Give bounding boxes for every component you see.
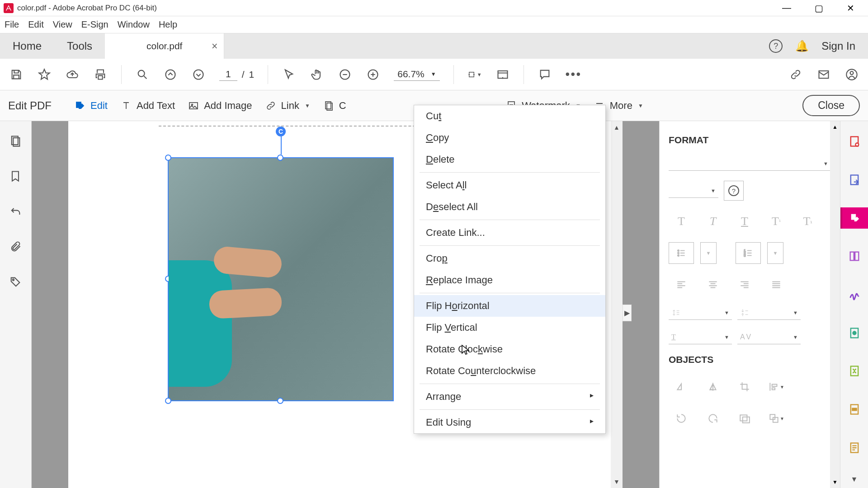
flip-vertical-icon[interactable] (700, 376, 726, 398)
rotate-ccw-icon[interactable] (669, 408, 694, 429)
font-family-select[interactable]: ▼ (669, 156, 831, 171)
organize-tool[interactable] (840, 246, 868, 267)
align-objects-icon[interactable]: ▼ (764, 376, 789, 398)
italic-icon[interactable]: T (700, 211, 726, 232)
close-tab-icon[interactable]: × (212, 40, 217, 52)
char-spacing-select[interactable]: AV ▼ (737, 330, 801, 344)
tools-tab[interactable]: Tools (54, 33, 105, 59)
link-tool[interactable]: Link ▼ (265, 100, 310, 112)
scroll-up-icon[interactable]: ▲ (832, 124, 838, 130)
context-delete[interactable]: Delete (414, 149, 605, 170)
account-icon[interactable] (844, 67, 859, 82)
redact-tool[interactable] (840, 399, 868, 420)
page-up-icon[interactable] (163, 67, 178, 82)
sign-in-link[interactable]: Sign In (821, 40, 855, 52)
number-list-dropdown[interactable]: ▼ (767, 242, 783, 264)
menu-file[interactable]: File (5, 19, 19, 30)
number-list-icon[interactable]: 123 (736, 242, 761, 264)
help-icon[interactable]: ? (769, 39, 783, 53)
context-replace-image[interactable]: Replace Image (414, 269, 605, 291)
context-rotate-cw[interactable]: Rotate Clockwise (414, 338, 605, 360)
scroll-tools-down-icon[interactable]: ▼ (851, 475, 858, 483)
font-size-select[interactable]: ▼ (669, 183, 718, 198)
rotation-handle[interactable]: C (276, 127, 286, 136)
bullet-list-dropdown[interactable]: ▼ (700, 242, 717, 264)
protect-tool[interactable] (840, 322, 868, 343)
thumbnails-icon[interactable] (9, 135, 23, 148)
crop-image-icon[interactable] (732, 376, 757, 398)
home-tab[interactable]: Home (0, 33, 54, 59)
align-left-icon[interactable] (669, 274, 694, 296)
comment-icon[interactable] (538, 67, 552, 82)
save-icon[interactable] (9, 67, 24, 82)
horizontal-scale-select[interactable]: T ▼ (669, 330, 732, 344)
context-flip-horizontal[interactable]: Flip Horizontal (414, 295, 605, 317)
format-scrollbar[interactable]: ▲ ▼ (830, 121, 840, 488)
format-help-icon[interactable]: ? (724, 181, 744, 201)
context-copy[interactable]: Copy (414, 127, 605, 149)
close-window-button[interactable]: ✕ (840, 3, 861, 14)
context-cut[interactable]: Cut (414, 105, 605, 127)
email-icon[interactable] (816, 67, 831, 82)
context-edit-using[interactable]: Edit Using (414, 412, 605, 433)
edit-tool[interactable]: Edit (74, 100, 108, 112)
underline-icon[interactable]: T (732, 211, 757, 232)
expand-right-panel-icon[interactable]: ▶ (623, 305, 632, 321)
cloud-upload-icon[interactable] (65, 67, 80, 82)
context-arrange[interactable]: Arrange (414, 386, 605, 408)
maximize-button[interactable]: ▢ (808, 3, 830, 14)
paragraph-spacing-select[interactable]: ▼ (737, 305, 801, 320)
font-color-icon[interactable]: T (669, 211, 694, 232)
subscript-icon[interactable]: T₁ (795, 211, 821, 232)
page-number-input[interactable]: 1 / 1 (219, 68, 254, 81)
edit-pdf-tool[interactable] (840, 207, 868, 229)
menu-window[interactable]: Window (118, 19, 150, 30)
minimize-button[interactable]: — (776, 3, 797, 14)
align-justify-icon[interactable] (764, 274, 789, 296)
close-edit-button[interactable]: Close (802, 95, 860, 116)
more-tools-icon[interactable]: ••• (566, 67, 582, 81)
export-pdf-tool[interactable] (840, 169, 868, 191)
context-rotate-ccw[interactable]: Rotate Counterclockwise (414, 360, 605, 382)
line-spacing-select[interactable]: ▼ (669, 305, 732, 320)
search-icon[interactable] (135, 67, 150, 82)
prepare-form-tool[interactable] (840, 437, 868, 458)
page-down-icon[interactable] (191, 67, 206, 82)
context-flip-vertical[interactable]: Flip Vertical (414, 317, 605, 338)
sign-tool[interactable] (840, 284, 868, 305)
notifications-icon[interactable]: 🔔 (795, 40, 809, 52)
attachments-icon[interactable] (9, 240, 23, 254)
add-text-tool[interactable]: Add Text (120, 100, 175, 112)
compress-tool[interactable] (840, 361, 868, 382)
star-icon[interactable] (37, 67, 52, 82)
selection-tool-icon[interactable] (282, 67, 296, 82)
tags-icon[interactable] (9, 276, 23, 289)
crop-tool-partial[interactable]: C (323, 100, 346, 112)
selected-image[interactable]: C (168, 157, 394, 401)
fit-width-icon[interactable]: ▼ (467, 67, 482, 82)
flip-horizontal-icon[interactable] (669, 376, 694, 398)
scroll-up-icon[interactable]: ▲ (613, 124, 620, 131)
align-center-icon[interactable] (700, 274, 726, 296)
vertical-scrollbar[interactable]: ▲ ▼ ▶ (611, 121, 623, 488)
rotate-cw-icon[interactable] (700, 408, 726, 429)
context-crop[interactable]: Crop (414, 248, 605, 269)
zoom-level-select[interactable]: 66.7% ▼ (394, 68, 439, 81)
superscript-icon[interactable]: T¹ (764, 211, 789, 232)
add-image-tool[interactable]: Add Image (188, 100, 252, 112)
print-icon[interactable] (93, 67, 108, 82)
replace-image-icon[interactable] (732, 408, 757, 429)
menu-esign[interactable]: E-Sign (81, 19, 108, 30)
menu-edit[interactable]: Edit (28, 19, 43, 30)
document-tab[interactable]: color.pdf × (105, 33, 224, 59)
bullet-list-icon[interactable] (669, 242, 694, 264)
scroll-down-icon[interactable]: ▼ (613, 478, 620, 485)
undo-icon[interactable] (9, 205, 23, 219)
context-select-all[interactable]: Select All (414, 174, 605, 196)
context-create-link[interactable]: Create Link... (414, 222, 605, 244)
context-deselect-all[interactable]: Deselect All (414, 196, 605, 218)
bookmarks-icon[interactable] (9, 170, 23, 183)
arrange-icon[interactable]: ▼ (764, 408, 789, 429)
align-right-icon[interactable] (732, 274, 757, 296)
hand-tool-icon[interactable] (310, 67, 324, 82)
